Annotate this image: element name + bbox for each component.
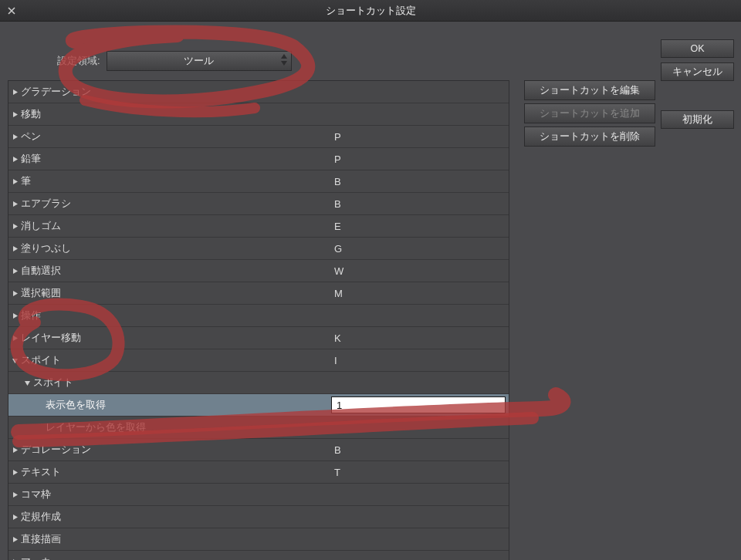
triangle-right-icon[interactable] [8, 268, 21, 275]
config-area-dropdown[interactable]: ツール [107, 51, 292, 71]
triangle-right-icon[interactable] [8, 514, 21, 521]
triangle-down-icon[interactable] [21, 380, 33, 386]
triangle-right-icon[interactable] [8, 536, 21, 543]
row-label: 操作 [21, 309, 328, 322]
list-row[interactable]: コマ枠 [8, 484, 509, 506]
triangle-right-icon[interactable] [8, 469, 21, 476]
svg-marker-15 [25, 381, 30, 386]
row-label: ペン [21, 130, 328, 143]
row-shortcut: T [328, 467, 509, 478]
svg-marker-11 [13, 291, 18, 296]
row-shortcut: B [328, 444, 509, 456]
ok-button[interactable]: OK [661, 39, 734, 58]
row-label: 選択範囲 [21, 286, 328, 300]
row-label: 塗りつぶし [21, 241, 328, 255]
list-row[interactable]: スポイトI [8, 349, 509, 372]
list-row[interactable]: 自動選択W [8, 260, 509, 282]
row-label: 定規作成 [21, 510, 328, 524]
svg-marker-12 [13, 313, 18, 319]
row-label: エアブラシ [21, 197, 328, 211]
reset-button[interactable]: 初期化 [661, 110, 734, 129]
list-row[interactable]: 鉛筆P [8, 148, 509, 170]
shortcut-input[interactable] [331, 396, 506, 413]
triangle-right-icon[interactable] [8, 89, 21, 96]
svg-marker-7 [13, 201, 18, 207]
list-row[interactable]: 操作 [8, 305, 509, 327]
row-label: テキスト [21, 465, 328, 479]
list-row[interactable]: 表示色を取得 [8, 394, 509, 417]
svg-marker-13 [13, 336, 18, 341]
svg-marker-19 [13, 514, 18, 520]
row-label: 直接描画 [21, 532, 328, 546]
svg-marker-5 [13, 157, 18, 162]
triangle-down-icon[interactable] [8, 357, 21, 364]
row-label: スポイト [21, 353, 328, 367]
triangle-right-icon[interactable] [8, 156, 21, 163]
row-shortcut: I [328, 355, 509, 366]
triangle-right-icon[interactable] [8, 312, 21, 319]
triangle-right-icon[interactable] [8, 201, 21, 207]
list-row[interactable]: 選択範囲M [8, 282, 509, 305]
titlebar: ショートカット設定 [0, 0, 741, 22]
shortcut-list[interactable]: グラデーション移動ペンP鉛筆P筆BエアブラシB消しゴムE塗りつぶしG自動選択W選… [8, 80, 509, 560]
svg-marker-0 [281, 54, 287, 59]
list-row[interactable]: ペンP [8, 126, 509, 148]
stepper-arrows-icon [280, 53, 288, 66]
config-area-label: 設定領域: [57, 54, 100, 68]
row-shortcut: K [328, 332, 509, 344]
list-row[interactable]: エアブラシB [8, 193, 509, 215]
add-shortcut-button[interactable]: ショートカットを追加 [524, 103, 655, 123]
list-row[interactable]: 塗りつぶしG [8, 238, 509, 260]
svg-marker-16 [13, 447, 18, 453]
list-row[interactable]: スポイト [8, 372, 509, 394]
row-label: デコレーション [21, 443, 328, 457]
row-label: 移動 [21, 107, 328, 121]
row-label: 消しゴム [21, 219, 328, 233]
triangle-right-icon[interactable] [8, 335, 21, 342]
list-row[interactable]: 直接描画 [8, 528, 509, 551]
row-shortcut: B [328, 198, 509, 210]
triangle-right-icon[interactable] [8, 245, 21, 252]
row-label: レイヤーから色を取得 [33, 420, 328, 434]
triangle-right-icon[interactable] [8, 447, 21, 454]
triangle-right-icon[interactable] [8, 133, 21, 140]
list-row[interactable]: レイヤー移動K [8, 327, 509, 349]
triangle-right-icon[interactable] [8, 178, 21, 185]
row-label: レイヤー移動 [21, 331, 328, 345]
row-shortcut: B [328, 176, 509, 187]
svg-marker-18 [13, 492, 18, 498]
row-label: 自動選択 [21, 264, 328, 278]
list-row[interactable]: マーカー [8, 551, 509, 560]
row-label: グラデーション [21, 85, 328, 99]
row-shortcut: E [328, 221, 509, 232]
row-label: コマ枠 [21, 487, 328, 501]
row-shortcut: M [328, 288, 509, 299]
list-row[interactable]: レイヤーから色を取得 [8, 417, 509, 439]
row-label: 筆 [21, 174, 328, 188]
row-label: 鉛筆 [21, 152, 328, 166]
triangle-right-icon[interactable] [8, 290, 21, 297]
edit-shortcut-button[interactable]: ショートカットを編集 [524, 80, 655, 100]
svg-marker-10 [13, 268, 18, 274]
svg-marker-3 [13, 112, 18, 117]
delete-shortcut-button[interactable]: ショートカットを削除 [524, 127, 655, 147]
svg-marker-4 [13, 134, 18, 140]
list-row[interactable]: テキストT [8, 461, 509, 484]
list-row[interactable]: 移動 [8, 103, 509, 126]
list-row[interactable]: グラデーション [8, 81, 509, 103]
list-row[interactable]: 筆B [8, 170, 509, 193]
list-row[interactable]: デコレーションB [8, 439, 509, 461]
cancel-button[interactable]: キャンセル [661, 62, 734, 81]
list-row[interactable]: 定規作成 [8, 506, 509, 528]
close-icon[interactable] [6, 5, 17, 16]
config-area-row: 設定領域: ツール [57, 51, 292, 71]
row-shortcut: P [328, 131, 509, 143]
triangle-right-icon[interactable] [8, 491, 21, 498]
list-row[interactable]: 消しゴムE [8, 215, 509, 238]
svg-marker-9 [13, 246, 18, 251]
row-shortcut: P [328, 153, 509, 165]
triangle-right-icon[interactable] [8, 223, 21, 230]
triangle-right-icon[interactable] [8, 111, 21, 118]
row-shortcut: G [328, 243, 509, 255]
svg-marker-17 [13, 470, 18, 475]
